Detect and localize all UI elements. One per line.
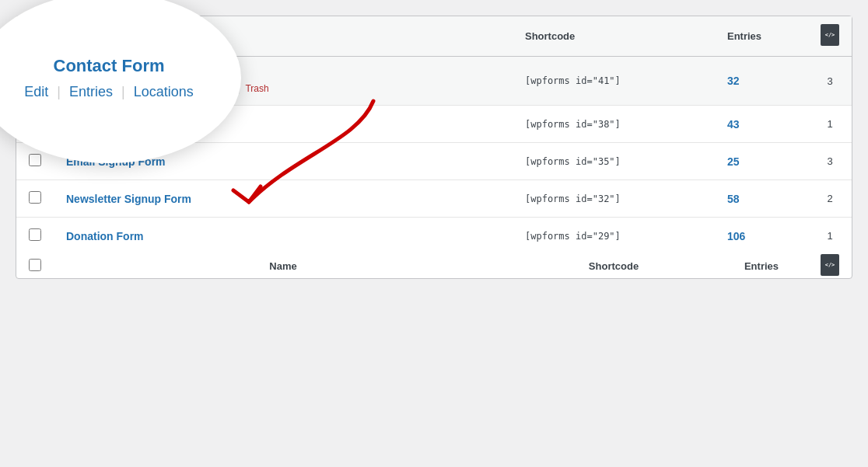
- footer-check: [16, 254, 54, 278]
- footer-name: Name: [54, 254, 513, 278]
- shortcode-cell: [wpforms id="35"]: [513, 143, 715, 180]
- icon-count-cell: 3: [808, 57, 852, 106]
- shortcode-cell: [wpforms id="38"]: [513, 106, 715, 143]
- footer-entries: Entries: [715, 254, 808, 278]
- bubble-entries-link[interactable]: Entries: [69, 84, 113, 99]
- entries-cell: 25: [715, 143, 808, 180]
- footer-select-all-checkbox[interactable]: [29, 259, 41, 271]
- header-icon: [808, 16, 852, 57]
- table-row: Newsletter Signup Form [wpforms id="32"]…: [16, 180, 852, 218]
- trash-link[interactable]: Trash: [245, 83, 268, 94]
- row-checkbox[interactable]: [29, 191, 41, 204]
- sep2: |: [121, 84, 125, 99]
- shortcode-cell: [wpforms id="32"]: [513, 180, 715, 218]
- icon-count-cell: 2: [808, 180, 852, 218]
- icon-count-cell: 1: [808, 106, 852, 143]
- shortcode-cell: [wpforms id="29"]: [513, 218, 715, 255]
- footer-icon: [808, 254, 852, 278]
- code-icon-footer: [821, 254, 839, 276]
- row-check-cell: [16, 180, 54, 218]
- header-shortcode: Shortcode: [513, 16, 715, 57]
- row-checkbox[interactable]: [29, 228, 41, 241]
- bubble-edit-link[interactable]: Edit: [24, 84, 48, 99]
- header-entries: Entries: [715, 16, 808, 57]
- entries-cell: 58: [715, 180, 808, 218]
- table-row: Donation Form [wpforms id="29"] 106 1: [16, 218, 852, 255]
- icon-count-cell: 3: [808, 143, 852, 180]
- row-name-cell: Donation Form: [54, 218, 513, 255]
- entries-cell: 43: [715, 106, 808, 143]
- row-check-cell: [16, 218, 54, 255]
- row-name-cell: Newsletter Signup Form: [54, 180, 513, 218]
- footer-shortcode: Shortcode: [513, 254, 715, 278]
- form-name-link[interactable]: Newsletter Signup Form: [66, 193, 191, 205]
- bubble-form-name: Contact Form: [54, 56, 165, 76]
- form-name-link[interactable]: Donation Form: [66, 230, 144, 242]
- bubble-actions: Edit | Entries | Locations: [24, 84, 194, 100]
- shortcode-cell: [wpforms id="41"]: [513, 57, 715, 106]
- table-footer-row: Name Shortcode Entries: [16, 254, 852, 278]
- entries-cell: 106: [715, 218, 808, 255]
- bubble-locations-link[interactable]: Locations: [134, 84, 194, 99]
- sep1: |: [57, 84, 61, 99]
- row-checkbox[interactable]: [29, 154, 41, 166]
- icon-count-cell: 1: [808, 218, 852, 255]
- code-icon-header: [821, 24, 839, 46]
- entries-cell: 32: [715, 57, 808, 106]
